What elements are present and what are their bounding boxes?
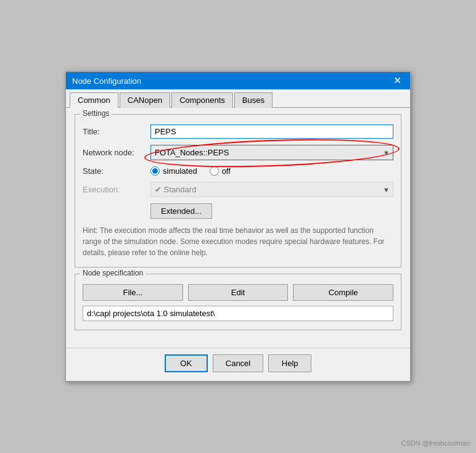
edit-button[interactable]: Edit <box>188 284 289 301</box>
tab-canopen[interactable]: CANopen <box>120 92 170 108</box>
title-row: Title: <box>83 124 393 139</box>
ok-button[interactable]: OK <box>165 354 208 372</box>
title-label: Title: <box>83 127 150 136</box>
tab-components[interactable]: Components <box>171 92 233 108</box>
network-node-row: Network node: FOTA_Nodes::PEPS ▼ <box>83 145 393 160</box>
execution-row: Execution: ✔ Standard ▼ <box>83 182 393 197</box>
state-simulated-option[interactable]: simulated <box>150 166 197 176</box>
compile-button[interactable]: Compile <box>293 284 393 301</box>
tab-buses[interactable]: Buses <box>234 92 273 108</box>
settings-group-label: Settings <box>80 109 112 118</box>
path-input[interactable] <box>83 306 393 321</box>
main-content: Settings Title: Network node: FOTA_Nodes… <box>66 108 410 345</box>
network-node-select[interactable]: FOTA_Nodes::PEPS <box>150 145 393 160</box>
tab-common[interactable]: Common <box>70 92 118 108</box>
state-row: State: simulated off <box>83 166 393 176</box>
watermark: CSDN @freshcoolman <box>401 439 470 447</box>
node-configuration-dialog: Node Configuration ✕ Common CANopen Comp… <box>65 71 411 382</box>
network-node-wrapper: FOTA_Nodes::PEPS ▼ <box>150 145 393 160</box>
hint-text: Hint: The execution mode affects the rea… <box>83 225 393 258</box>
help-button[interactable]: Help <box>268 354 311 372</box>
node-specification-group-label: Node specification <box>80 269 146 277</box>
state-off-radio[interactable] <box>210 166 219 176</box>
node-spec-buttons: File... Edit Compile <box>83 284 393 301</box>
execution-label: Execution: <box>83 185 150 194</box>
cancel-button[interactable]: Cancel <box>213 354 263 372</box>
state-off-label: off <box>222 166 231 176</box>
network-node-label: Network node: <box>83 148 150 157</box>
state-simulated-radio[interactable] <box>150 166 160 176</box>
state-radio-group: simulated off <box>150 166 393 176</box>
settings-group: Settings Title: Network node: FOTA_Nodes… <box>75 114 401 267</box>
close-button[interactable]: ✕ <box>391 76 404 86</box>
title-input[interactable] <box>150 124 393 139</box>
node-specification-group: Node specification File... Edit Compile <box>75 274 401 330</box>
tab-bar: Common CANopen Components Buses <box>66 89 410 108</box>
state-label: State: <box>83 166 150 176</box>
file-button[interactable]: File... <box>83 284 183 301</box>
title-bar: Node Configuration ✕ <box>66 72 410 89</box>
dialog-footer: OK Cancel Help <box>66 348 410 381</box>
state-off-option[interactable]: off <box>210 166 231 176</box>
execution-select-wrapper: ✔ Standard ▼ <box>150 182 393 197</box>
state-simulated-label: simulated <box>163 166 197 176</box>
extended-btn-wrapper: Extended... <box>150 203 393 219</box>
dialog-title: Node Configuration <box>72 76 141 86</box>
execution-select: ✔ Standard <box>150 182 393 197</box>
extended-button[interactable]: Extended... <box>150 203 212 219</box>
